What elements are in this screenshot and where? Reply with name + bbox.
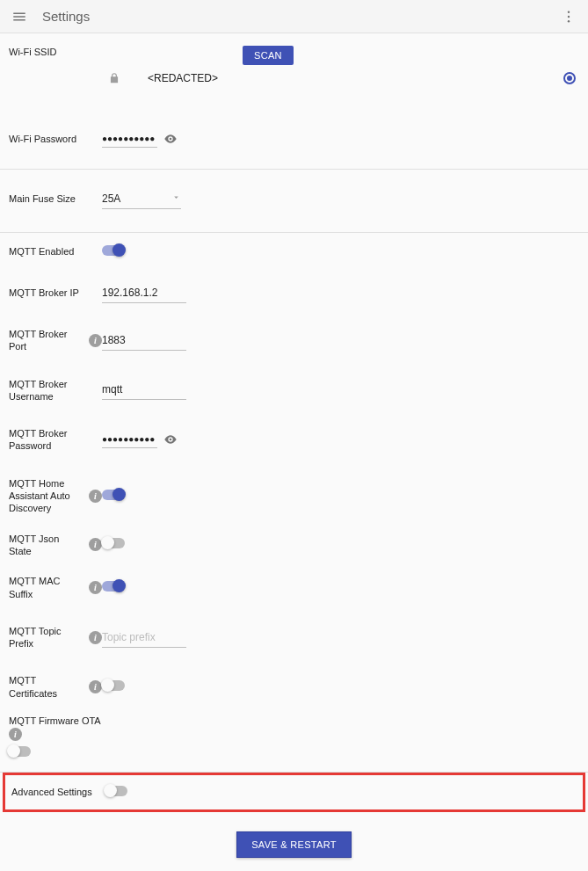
info-icon[interactable]: i [89,334,102,347]
mqtt-ha-discovery-label: MQTT Home Assistant Auto Discovery i [9,477,102,515]
fuse-size-select[interactable] [102,189,181,209]
svg-point-0 [568,11,570,12]
info-icon[interactable]: i [89,490,102,503]
menu-icon[interactable] [9,6,30,27]
mqtt-username-input[interactable] [102,380,186,400]
info-icon[interactable]: i [89,680,102,693]
info-icon[interactable]: i [89,631,102,644]
mqtt-broker-port-input[interactable] [102,330,186,351]
mqtt-enabled-toggle[interactable] [102,245,125,256]
more-icon[interactable] [558,6,579,27]
mqtt-broker-ip-label: MQTT Broker IP [9,287,102,299]
info-icon[interactable]: i [89,538,102,551]
wifi-password-input[interactable] [102,130,157,148]
page-title: Settings [42,9,90,24]
mqtt-broker-port-label: MQTT Broker Port i [9,328,102,353]
lock-icon [102,72,127,84]
info-icon[interactable]: i [9,728,22,741]
save-restart-button[interactable]: SAVE & RESTART [236,831,352,858]
scan-button[interactable]: SCAN [243,46,294,65]
fuse-size-label: Main Fuse Size [9,192,102,205]
advanced-settings-toggle[interactable] [105,786,127,796]
mqtt-mac-suffix-label: MQTT MAC Suffix i [9,575,102,600]
advanced-settings-highlight: Advanced Settings [3,773,585,812]
mqtt-ha-discovery-toggle[interactable] [102,490,125,500]
wifi-ssid-value: <REDACTED> [148,72,563,84]
mqtt-username-label: MQTT Broker Username [9,378,102,403]
eye-icon[interactable] [163,131,178,147]
svg-point-2 [568,20,570,22]
mqtt-password-input[interactable] [102,431,157,448]
wifi-password-label: Wi-Fi Password [9,133,102,145]
mqtt-topic-prefix-label: MQTT Topic Prefix i [9,625,102,650]
mqtt-firmware-ota-label: MQTT Firmware OTA [9,715,579,726]
advanced-settings-label: Advanced Settings [11,786,105,798]
mqtt-broker-ip-input[interactable] [102,283,186,303]
mqtt-json-state-label: MQTT Json State i [9,533,102,558]
info-icon[interactable]: i [89,581,102,594]
mqtt-password-label: MQTT Broker Password [9,427,102,453]
svg-point-1 [568,15,570,17]
mqtt-mac-suffix-toggle[interactable] [102,581,125,592]
eye-icon[interactable] [163,432,178,447]
mqtt-certificates-toggle[interactable] [102,680,125,691]
mqtt-topic-prefix-input[interactable] [102,628,186,648]
mqtt-json-state-toggle[interactable] [102,538,125,548]
mqtt-enabled-label: MQTT Enabled [9,245,102,258]
ssid-radio[interactable] [563,72,576,84]
wifi-ssid-label: Wi-Fi SSID [9,46,102,58]
mqtt-certificates-label: MQTT Certificates i [9,674,102,700]
fuse-size-value[interactable] [102,189,181,209]
mqtt-firmware-ota-toggle[interactable] [8,746,31,757]
